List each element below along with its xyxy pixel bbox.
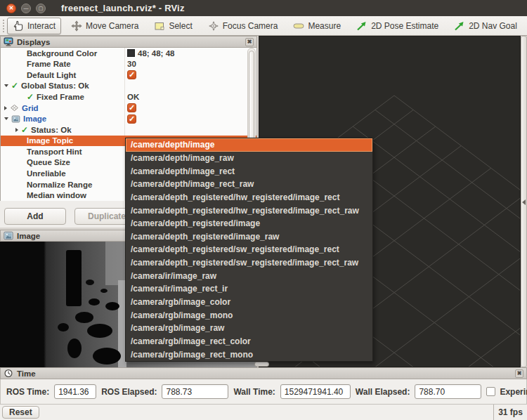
topic-option[interactable]: /camera/depth/image [126, 138, 372, 152]
hand-icon [13, 20, 24, 32]
maximize-window-icon[interactable]: ▢ [36, 4, 46, 13]
property-value: 48; 48; 48 [127, 49, 174, 58]
topic-option[interactable]: /camera/rgb/image_rect_mono [126, 348, 372, 361]
topic-option[interactable]: /camera/rgb/image_mono [126, 308, 372, 322]
tool-measure[interactable]: Measure [287, 18, 346, 34]
property-label: Image [23, 114, 46, 123]
reset-button[interactable]: Reset [2, 406, 39, 419]
property-label: Background Color [27, 49, 97, 58]
displays-row-status-ok[interactable]: ✓Status: Ok [1, 124, 256, 136]
topic-option[interactable]: /camera/depth/image_rect [126, 164, 372, 178]
tool-move-camera[interactable]: Move Camera [65, 18, 144, 34]
property-label: Grid [22, 104, 39, 112]
tool-interact[interactable]: Interact [7, 18, 61, 34]
displays-panel-header[interactable]: Displays ✖ [0, 36, 257, 48]
topic-option[interactable]: /camera/rgb/image_rect_color [126, 335, 372, 348]
image-panel-title: Image [17, 232, 40, 240]
topic-option[interactable]: /camera/rgb/image_color [126, 296, 372, 309]
select-box-icon [154, 20, 165, 32]
collapse-arrow-icon[interactable] [4, 117, 8, 120]
property-value[interactable]: ✓ [127, 103, 136, 112]
tool-2d-nav-goal[interactable]: 2D Nav Goal [448, 18, 523, 34]
displays-row-global-status-ok[interactable]: ✓Global Status: Ok [1, 81, 256, 92]
time-panel-title: Time [17, 369, 36, 378]
close-window-icon[interactable]: ✕ [6, 4, 16, 13]
topic-option[interactable]: /camera/ir/image_raw [126, 269, 372, 282]
topic-option[interactable]: /camera/depth_registered/sw_registered/i… [126, 256, 372, 270]
displays-row-frame-rate[interactable]: Frame Rate30 [1, 59, 256, 70]
grid-icon [10, 103, 19, 112]
right-panel-splitter[interactable] [521, 36, 527, 367]
image-icon [11, 114, 20, 124]
property-label: Transport Hint [27, 147, 82, 156]
tool-label: Measure [308, 21, 341, 31]
check-icon: ✓ [11, 81, 18, 90]
enabled-checkbox[interactable]: ✓ [127, 114, 136, 124]
tool-label: 2D Nav Goal [469, 21, 517, 31]
topic-option[interactable]: /camera/depth_registered/image_raw [126, 230, 372, 243]
property-label: Global Status: Ok [21, 81, 89, 90]
check-icon: ✓ [27, 93, 34, 101]
property-label: Frame Rate [27, 60, 71, 68]
ros-elapsed-label: ROS Elapsed: [101, 387, 157, 397]
minimize-window-icon[interactable]: — [21, 4, 31, 13]
displays-monitor-icon [4, 37, 13, 46]
property-label: Queue Size [27, 158, 70, 166]
expand-arrow-icon[interactable] [15, 128, 18, 132]
topic-option[interactable]: /camera/depth_registered/sw_registered/i… [126, 243, 372, 256]
time-footer: Reset 31 fps [0, 404, 527, 420]
measure-icon [293, 20, 304, 32]
property-value: OK [127, 93, 139, 101]
property-label: Image Topic [27, 136, 73, 145]
rviz-window: ✕ — ▢ freenect_launch.rviz* - RViz Inter… [0, 0, 527, 420]
topic-option[interactable]: /camera/depth/image_rect_raw [126, 178, 372, 191]
tool-2d-pose-estimate[interactable]: 2D Pose Estimate [351, 18, 444, 34]
topic-option[interactable]: /camera/ir/image_rect_ir [126, 282, 372, 296]
tool-label: Select [169, 21, 192, 31]
displays-close-icon[interactable]: ✖ [245, 38, 254, 46]
wall-elapsed-input[interactable] [415, 384, 481, 399]
tool-label: Focus Camera [223, 21, 278, 31]
enabled-checkbox[interactable]: ✓ [127, 103, 136, 112]
time-fields: ROS Time:ROS Elapsed:Wall Time:Wall Elap… [0, 379, 527, 404]
topic-option[interactable]: /camera/depth_registered/image [126, 217, 372, 230]
image-horizontal-scrollbar[interactable] [254, 362, 269, 367]
time-panel-header[interactable]: Time ✖ [0, 367, 527, 379]
ros-elapsed-input[interactable] [162, 384, 228, 399]
tool-label: 2D Pose Estimate [371, 21, 438, 31]
displays-row-fixed-frame[interactable]: ✓Fixed FrameOK [1, 91, 256, 103]
wall-time-label: Wall Time: [233, 387, 275, 397]
displays-row-grid[interactable]: Grid✓ [1, 103, 256, 114]
clock-icon [4, 369, 13, 378]
toolbar-drag-handle[interactable] [3, 20, 4, 32]
property-value[interactable]: ✓ [127, 114, 136, 124]
experimental-checkbox[interactable] [486, 387, 495, 396]
displays-row-image[interactable]: Image✓ [1, 113, 256, 124]
displays-panel-title: Displays [17, 38, 50, 46]
expand-arrow-icon[interactable] [4, 106, 7, 110]
property-value: 30 [127, 60, 136, 68]
displays-row-default-light[interactable]: Default Light✓ [1, 70, 256, 81]
property-value[interactable]: ✓ [127, 70, 136, 79]
time-close-icon[interactable]: ✖ [515, 369, 523, 378]
tool-select[interactable]: Select [148, 18, 197, 34]
property-label: Median window [27, 191, 86, 199]
time-panel: Time ✖ ROS Time:ROS Elapsed:Wall Time:Wa… [0, 367, 527, 420]
wall-time-input[interactable] [280, 384, 351, 399]
fps-counter: 31 fps [493, 405, 527, 420]
focus-crosshair-icon [208, 20, 219, 32]
check-icon: ✓ [21, 126, 28, 134]
add-display-button[interactable]: Add [4, 208, 66, 225]
enabled-checkbox[interactable]: ✓ [127, 70, 136, 79]
topic-option[interactable]: /camera/depth/image_raw [126, 152, 372, 165]
ros-time-input[interactable] [54, 384, 96, 399]
topic-option[interactable]: /camera/rgb/image_raw [126, 322, 372, 335]
topic-option[interactable]: /camera/depth_registered/hw_registered/i… [126, 204, 372, 217]
topic-option[interactable]: /camera/depth_registered/hw_registered/i… [126, 191, 372, 204]
window-title: freenect_launch.rviz* - RViz [61, 3, 185, 13]
displays-row-background-color[interactable]: Background Color48; 48; 48 [1, 48, 256, 59]
tool-label: Move Camera [86, 21, 138, 31]
toolbar: InteractMove CameraSelectFocus CameraMea… [0, 16, 527, 36]
collapse-arrow-icon[interactable] [4, 84, 8, 87]
tool-focus-camera[interactable]: Focus Camera [202, 18, 284, 34]
